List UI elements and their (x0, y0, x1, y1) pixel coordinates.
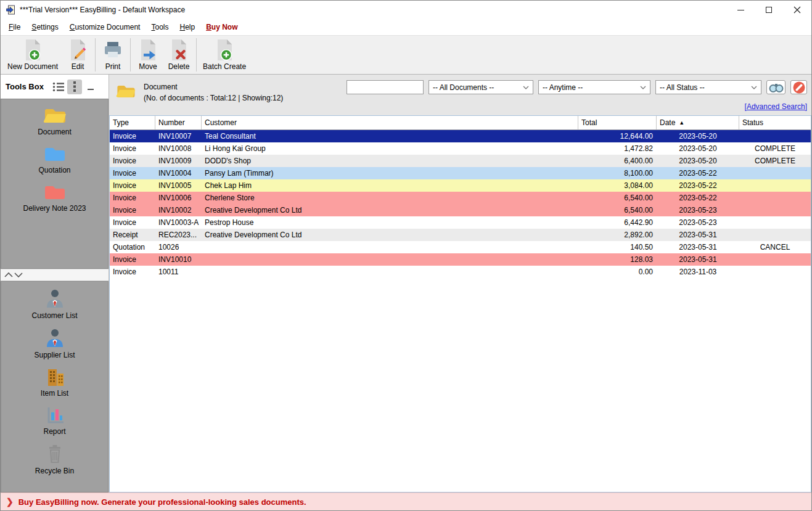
clear-search-button[interactable] (790, 80, 807, 94)
table-header: Type Number Customer Total Date ▲ Status (110, 116, 811, 130)
cell-number: INV10004 (155, 167, 202, 179)
cell-date: 2023-05-31 (657, 229, 739, 241)
tools-box-header: Tools Box (1, 75, 109, 99)
print-button[interactable]: Print (97, 37, 128, 73)
toolbar-button-label: Edit (72, 62, 84, 71)
cell-status (739, 253, 811, 266)
list-view-icon (52, 82, 65, 92)
move-button[interactable]: Move (133, 37, 163, 73)
sidebar-item-supplier-list[interactable]: Supplier List (1, 328, 108, 359)
delete-button[interactable]: Delete (163, 37, 194, 73)
table-row[interactable]: Invoice100110.002023-11-03 (110, 266, 811, 278)
cell-type: Invoice (110, 216, 155, 229)
cell-total: 6,540.00 (578, 192, 657, 204)
list-view-button[interactable] (51, 80, 66, 94)
cell-customer: DODD's Shop (202, 155, 578, 167)
cell-status (739, 266, 811, 278)
cell-customer (202, 266, 578, 278)
folder-red-icon (43, 182, 67, 201)
table-body: InvoiceINV10007Teal Consultant12,644.002… (110, 130, 811, 492)
column-header-customer[interactable]: Customer (202, 116, 578, 129)
menu-file[interactable]: File (3, 20, 26, 34)
table-row[interactable]: InvoiceINV10009DODD's Shop6,400.002023-0… (110, 155, 811, 167)
menu-tools[interactable]: Tools (146, 20, 174, 34)
menu-buy-now[interactable]: Buy Now (200, 20, 243, 34)
cell-type: Invoice (110, 179, 155, 192)
cell-type: Invoice (110, 266, 155, 278)
cell-number: INV10008 (155, 142, 202, 155)
menu-help[interactable]: Help (174, 20, 200, 34)
toolbar: New Document Edit Print (1, 35, 811, 75)
column-header-total[interactable]: Total (578, 116, 657, 129)
toolbar-button-label: Batch Create (203, 62, 246, 71)
sidebar-item-recycle-bin[interactable]: Recycle Bin (1, 444, 108, 475)
cell-date: 2023-05-31 (657, 241, 739, 253)
sidebar-item-item-list[interactable]: Item List (1, 367, 108, 398)
sidebar-item-document[interactable]: Document (1, 106, 108, 136)
maximize-button[interactable] (755, 1, 783, 19)
promo-message: Buy EasyBilling now. Generate your profe… (18, 497, 306, 507)
window-title: ***Trial Version*** EasyBilling - Defaul… (20, 6, 185, 14)
table-row[interactable]: InvoiceINV10002Creative Development Co L… (110, 204, 811, 216)
cell-customer: Li Hong Kai Group (202, 142, 578, 155)
minimize-button[interactable] (726, 1, 755, 19)
table-row[interactable]: InvoiceINV10004Pansy Lam (Timmar)8,100.0… (110, 167, 811, 179)
sidebar-item-delivery-note-2023[interactable]: Delivery Note 2023 (1, 182, 108, 213)
column-header-number[interactable]: Number (155, 116, 202, 129)
search-button[interactable] (766, 80, 785, 94)
table-row[interactable]: InvoiceINV10007Teal Consultant12,644.002… (110, 130, 811, 142)
table-row[interactable]: InvoiceINV10005Chek Lap Him3,084.002023-… (110, 179, 811, 192)
cell-customer (202, 241, 578, 253)
date-filter[interactable]: -- Anytime -- (538, 80, 650, 94)
search-input[interactable] (347, 80, 424, 94)
menu-customize-document[interactable]: Customize Document (64, 20, 146, 34)
column-header-type[interactable]: Type (110, 116, 155, 129)
cell-date: 2023-05-31 (657, 253, 739, 266)
cell-type: Receipt (110, 229, 155, 241)
column-header-date[interactable]: Date ▲ (657, 116, 739, 129)
sidebar-item-customer-list[interactable]: Customer List (1, 288, 108, 320)
chevron-down-icon (523, 86, 529, 89)
sidebar-item-label: Delivery Note 2023 (23, 204, 86, 213)
table-row[interactable]: InvoiceINV10010128.032023-05-31 (110, 253, 811, 266)
cell-customer: Teal Consultant (202, 130, 578, 142)
sidebar-splitter[interactable] (1, 269, 109, 281)
cell-type: Invoice (110, 130, 155, 142)
cell-type: Invoice (110, 167, 155, 179)
edit-button[interactable]: Edit (62, 37, 93, 73)
cell-type: Invoice (110, 192, 155, 204)
cell-status (739, 216, 811, 229)
table-row[interactable]: Quotation10026140.502023-05-31CANCEL (110, 241, 811, 253)
trash-icon (44, 444, 66, 464)
cell-number: INV10010 (155, 253, 202, 266)
table-row[interactable]: ReceiptREC2023...Creative Development Co… (110, 229, 811, 241)
document-type-filter-value: -- All Documents -- (433, 83, 494, 92)
advanced-search-link[interactable]: [Advanced Search] (745, 102, 807, 111)
cell-type: Invoice (110, 204, 155, 216)
person-blue-icon (44, 328, 66, 348)
sidebar-item-report[interactable]: Report (1, 406, 108, 436)
table-row[interactable]: InvoiceINV10006Cherlene Store6,540.00202… (110, 192, 811, 204)
cell-status (739, 192, 811, 204)
batch-create-button[interactable]: Batch Create (199, 37, 250, 73)
collapse-toolsbox-button[interactable] (83, 80, 98, 94)
cell-total: 2,892.00 (578, 229, 657, 241)
cell-type: Quotation (110, 241, 155, 253)
sidebar-item-label: Quotation (38, 166, 70, 174)
document-type-filter[interactable]: -- All Documents -- (429, 80, 533, 94)
lists-panel: Customer List Supplier List (1, 281, 109, 493)
close-icon (794, 6, 801, 14)
toolbar-button-label: Move (139, 62, 157, 71)
sidebar-item-quotation[interactable]: Quotation (1, 144, 108, 174)
column-header-status[interactable]: Status (739, 116, 811, 129)
cell-number: INV10009 (155, 155, 202, 167)
close-button[interactable] (783, 1, 811, 19)
new-document-button[interactable]: New Document (3, 37, 62, 73)
cell-customer (202, 253, 578, 266)
status-filter[interactable]: -- All Status -- (655, 80, 761, 94)
table-row[interactable]: InvoiceINV10003-APestrop House6,442.9020… (110, 216, 811, 229)
cell-total: 6,400.00 (578, 155, 657, 167)
icon-view-button[interactable] (67, 80, 82, 94)
menu-settings[interactable]: Settings (26, 20, 64, 34)
table-row[interactable]: InvoiceINV10008Li Hong Kai Group1,472.82… (110, 142, 811, 155)
